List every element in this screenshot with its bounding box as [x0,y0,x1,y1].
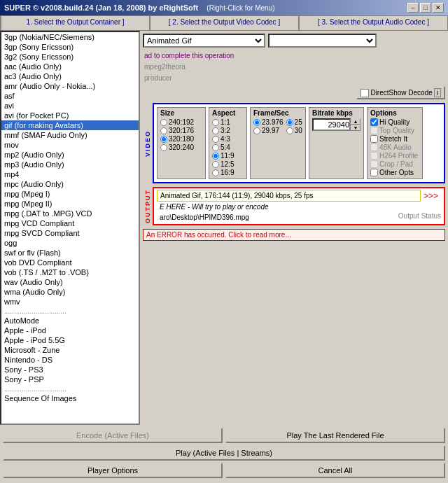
main-window: 1. Select the Output Container ] [ 2. Se… [0,15,448,483]
bitrate-spinner[interactable]: ▲ ▼ [351,118,360,131]
list-item[interactable]: mpg VCD Compliant [1,218,139,228]
close-button[interactable]: ✕ [433,3,444,13]
error-message[interactable]: An ERROR has occurred. Click to read mor… [143,229,445,241]
list-item[interactable]: vob DVD Compliant [1,258,139,267]
cancel-all-button[interactable]: Cancel All [225,463,445,478]
aspect-option-2[interactable]: 3:2 [212,127,244,134]
framerate-box: Frame/Sec 23.976 29.97 [250,107,306,179]
list-item[interactable]: Nintendo - DS [1,355,139,365]
step-tab-1[interactable]: 1. Select the Output Container ] [0,15,150,30]
list-item[interactable]: asf [1,91,139,101]
video-codec-select[interactable]: Animated Gif [143,34,265,48]
spin-down[interactable]: ▼ [351,125,360,131]
list-item[interactable]: wav (Audio Only) [1,277,139,287]
list-item[interactable]: swf or flv (Flash) [1,248,139,258]
list-item[interactable]: avi [1,101,139,111]
output-label: OUTPUT [143,187,153,225]
list-item[interactable]: amr (Audio Only - Nokia...) [1,81,139,91]
aspect-box: Aspect 1:1 3:2 4:3 5:4 [209,107,247,179]
minimize-button[interactable]: – [407,3,419,13]
aspect-option-5[interactable]: 11:9 [212,152,244,160]
other-opts-option[interactable]: Other Opts [370,169,419,176]
size-option-3[interactable]: 320:180 [160,135,202,143]
list-item[interactable]: mpg SVCD Compliant [1,228,139,238]
directshow-button[interactable]: DirectShow Decode i [356,86,445,99]
play-last-button[interactable]: Play The Last Rendered File [225,428,445,443]
options-row: Player Options Cancel All [3,463,445,478]
list-item[interactable]: AutoMode [1,316,139,326]
fps-option-2[interactable]: 29.97 [253,127,284,134]
list-item[interactable]: avi (for Pocket PC) [1,111,139,120]
hi-quality-option[interactable]: Hi Quality [370,118,419,126]
list-item-selected[interactable]: gif (for making Avatars) [1,120,139,130]
size-option-2[interactable]: 320:176 [160,127,202,134]
title-bar-text: SUPER © v2008.build.24 (Jan 18, 2008) by… [4,4,275,12]
framerate-title: Frame/Sec [253,109,302,117]
size-title: Size [160,109,202,117]
aspect-option-3[interactable]: 4:3 [212,135,244,143]
fps-option-1[interactable]: 23.976 [253,118,284,126]
right-panel: Animated Gif ad to complete this operati… [140,31,448,425]
list-item[interactable]: mp4 [1,169,139,179]
list-item[interactable]: 3gp (Sony Ericsson) [1,42,139,52]
list-item[interactable]: ogg [1,238,139,248]
aspect-option-4[interactable]: 5:4 [212,144,244,151]
list-item[interactable]: mpg (Mpeg II) [1,199,139,209]
player-options-button[interactable]: Player Options [3,463,223,478]
directshow-checkbox [360,89,369,97]
list-item[interactable]: ac3 (Audio Only) [1,71,139,81]
size-option-1[interactable]: 240:192 [160,118,202,126]
separator-dots-2: ................................ [1,384,139,393]
list-item[interactable]: mpg (Mpeg I) [1,189,139,199]
list-item[interactable]: mmf (SMAF Audio Only) [1,130,139,140]
list-item[interactable]: Apple - iPod 5.5G [1,335,139,345]
fps-option-3[interactable]: 25 [286,118,302,126]
list-item[interactable]: mp3 (Audio Only) [1,160,139,169]
bitrate-input[interactable]: 29040 [312,118,351,131]
encode-message: ad to complete this operation [143,51,445,60]
list-item[interactable]: wmv [1,297,139,307]
stretch-it-option[interactable]: Stretch It [370,135,419,143]
top-quality-option[interactable]: Top Quality [370,127,419,134]
list-item[interactable]: mov [1,140,139,150]
output-panel-wrapper: OUTPUT Animated Gif, 176:144 (11:9), 290… [143,187,445,225]
list-item[interactable]: Apple - iPod [1,326,139,335]
play-active-button[interactable]: Play (Active Files | Streams) [3,445,445,461]
video-label: VIDEO [143,103,153,183]
spin-up[interactable]: ▲ [351,118,360,125]
k48-option[interactable]: 48K Audio [370,144,419,151]
step-tabs: 1. Select the Output Container ] [ 2. Se… [0,15,448,31]
encode-active-button[interactable]: Encode (Active Files) [3,428,223,443]
list-item[interactable]: mp2 (Audio Only) [1,150,139,160]
bitrate-title: Bitrate kbps [312,109,360,117]
list-item[interactable]: Sony - PSP [1,374,139,384]
aspect-option-6[interactable]: 12:5 [212,160,244,168]
list-item[interactable]: Sequence Of Images [1,393,139,403]
crop-pad-option[interactable]: Crop / Pad [370,160,419,168]
restore-button[interactable]: □ [420,3,431,13]
list-item[interactable]: wma (Audio Only) [1,287,139,297]
step-tab-2[interactable]: [ 2. Select the Output Video Codec ] [150,15,299,30]
step-tab-3[interactable]: [ 3. Select the Output Audio Codec ] [299,15,448,30]
list-item[interactable]: 3g2 (Sony Ericsson) [1,52,139,62]
list-item[interactable]: mpg (.DAT to .MPG) VCD [1,209,139,218]
list-item[interactable]: aac (Audio Only) [1,62,139,71]
list-item[interactable]: 3gp (Nokia/NEC/Siemens) [1,32,139,42]
list-item[interactable]: Sony - PS3 [1,365,139,374]
size-option-4[interactable]: 320:240 [160,144,202,151]
list-item[interactable]: Microsoft - Zune [1,345,139,355]
bottom-area: Encode (Active Files) Play The Last Rend… [0,425,448,483]
aspect-option-7[interactable]: 16:9 [212,169,244,176]
aspect-option-1[interactable]: 1:1 [212,118,244,126]
list-item[interactable]: vob (.TS / .M2T to .VOB) [1,267,139,277]
list-item[interactable]: mpc (Audio Only) [1,179,139,189]
will-play-line: E HERE - Will try to play or encode [157,202,441,212]
audio-codec-select[interactable] [268,34,377,48]
directshow-info-icon[interactable]: i [434,88,441,97]
format-list[interactable]: 3gp (Nokia/NEC/Siemens) 3gp (Sony Ericss… [0,31,140,425]
fps-option-4[interactable]: 30 [286,127,302,134]
h264-option[interactable]: H264 Profile [370,152,419,160]
encode-producer: mpeg2theora [143,62,445,71]
title-bar: SUPER © v2008.build.24 (Jan 18, 2008) by… [0,0,448,15]
video-panel: Size 240:192 320:176 320:180 [153,103,445,183]
